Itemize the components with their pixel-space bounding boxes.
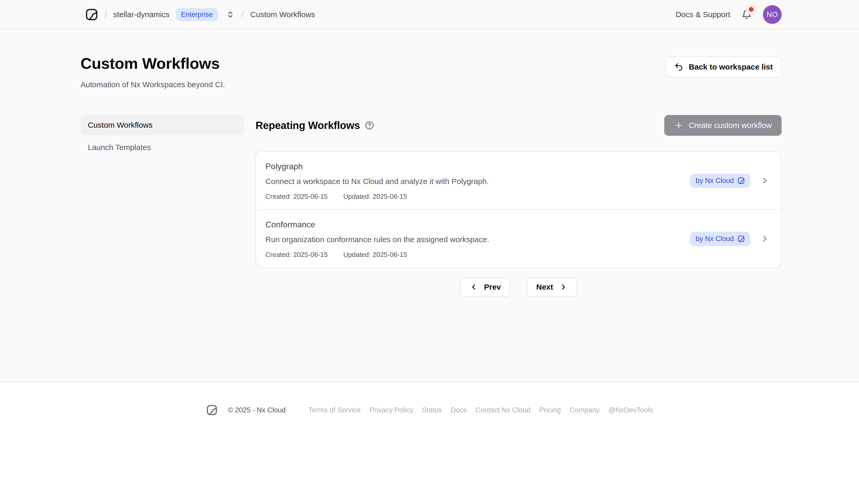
footer-link-privacy[interactable]: Privacy Policy xyxy=(370,406,413,414)
nx-cloud-mini-icon xyxy=(737,235,745,242)
breadcrumb-workspace[interactable]: stellar-dynamics xyxy=(113,10,169,19)
workflow-name: Polygraph xyxy=(266,160,489,172)
breadcrumb-current-page: Custom Workflows xyxy=(250,10,315,19)
footer-link-status[interactable]: Status xyxy=(422,406,442,414)
sidebar-item-custom-workflows[interactable]: Custom Workflows xyxy=(80,115,244,135)
footer-link-terms[interactable]: Terms of Service xyxy=(308,406,361,414)
chevron-right-icon xyxy=(760,176,770,186)
user-avatar[interactable]: NO xyxy=(763,5,782,24)
app-footer: © 2025 - Nx Cloud Terms of Service Priva… xyxy=(0,382,859,447)
back-to-workspace-list-button[interactable]: Back to workspace list xyxy=(665,57,782,77)
footer-link-nxdevtools[interactable]: @NxDevTools xyxy=(608,406,653,414)
plus-icon xyxy=(674,121,683,130)
chevron-left-icon xyxy=(469,283,478,291)
page-subtitle: Automation of Nx Workspaces beyond CI. xyxy=(80,80,225,89)
nx-cloud-mini-icon xyxy=(737,177,745,184)
create-custom-workflow-button[interactable]: Create custom workflow xyxy=(664,115,782,136)
workflow-description: Run organization conformance rules on th… xyxy=(266,234,489,245)
workflow-name: Conformance xyxy=(266,218,489,231)
notification-dot xyxy=(749,7,754,12)
breadcrumb-separator: / xyxy=(241,9,244,20)
nx-cloud-logo[interactable] xyxy=(85,8,98,21)
unfold-more-icon xyxy=(226,11,234,18)
sidebar-item-launch-templates[interactable]: Launch Templates xyxy=(80,137,244,157)
header-actions: Docs & Support NO xyxy=(676,5,782,24)
help-circle-icon xyxy=(365,121,374,130)
next-page-button[interactable]: Next xyxy=(527,277,577,296)
help-button[interactable] xyxy=(365,121,374,130)
prev-page-button[interactable]: Prev xyxy=(460,277,510,296)
pagination: Prev Next xyxy=(256,277,782,296)
page-title: Custom Workflows xyxy=(80,55,225,72)
workflow-description: Connect a workspace to Nx Cloud and anal… xyxy=(266,176,489,187)
nx-cloud-footer-logo xyxy=(206,404,217,416)
app-header: / stellar-dynamics Enterprise / Custom W… xyxy=(0,0,859,30)
chevron-right-icon xyxy=(559,283,568,291)
workflow-meta: Created: 2025-06-15 Updated: 2025-06-15 xyxy=(266,250,489,259)
footer-link-contact[interactable]: Contact Nx Cloud xyxy=(476,406,530,414)
workflow-row-conformance[interactable]: Conformance Run organization conformance… xyxy=(256,210,781,268)
breadcrumb-separator: / xyxy=(104,9,107,20)
settings-sidebar: Custom Workflows Launch Templates xyxy=(77,115,244,296)
workflow-meta: Created: 2025-06-15 Updated: 2025-06-15 xyxy=(266,192,489,201)
footer-nav: Terms of Service Privacy Policy Status D… xyxy=(308,406,653,414)
by-nx-cloud-badge[interactable]: by Nx Cloud xyxy=(690,174,751,188)
section-title: Repeating Workflows xyxy=(256,120,360,131)
breadcrumb: / stellar-dynamics Enterprise / Custom W… xyxy=(77,8,315,21)
by-nx-cloud-badge[interactable]: by Nx Cloud xyxy=(690,232,751,246)
copyright-text: © 2025 - Nx Cloud xyxy=(228,406,286,414)
footer-link-docs[interactable]: Docs xyxy=(451,406,467,414)
undo-arrow-icon xyxy=(674,62,684,72)
notifications-button[interactable] xyxy=(742,10,752,19)
workflow-row-polygraph[interactable]: Polygraph Connect a workspace to Nx Clou… xyxy=(256,152,781,210)
docs-support-link[interactable]: Docs & Support xyxy=(676,10,730,19)
footer-link-pricing[interactable]: Pricing xyxy=(539,406,561,414)
plan-badge: Enterprise xyxy=(176,8,218,21)
main-panel: Repeating Workflows xyxy=(256,115,782,296)
page-content: Custom Workflows Automation of Nx Worksp… xyxy=(0,30,859,382)
chevron-right-icon xyxy=(760,234,770,244)
footer-link-company[interactable]: Company xyxy=(570,406,600,414)
workspace-switcher-button[interactable] xyxy=(225,10,235,19)
workflows-card: Polygraph Connect a workspace to Nx Clou… xyxy=(256,151,782,268)
